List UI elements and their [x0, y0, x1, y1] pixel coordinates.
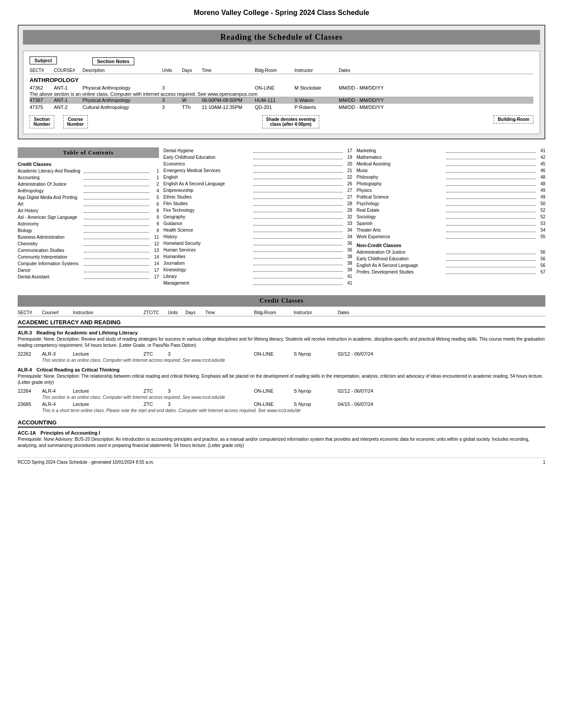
toc-item-page: 1 — [150, 168, 159, 174]
toc-item: Health Science 34 — [163, 227, 352, 233]
toc-item-page: 28 — [344, 200, 352, 207]
class-row: 22262 ALR-3 Lecture ZTC 3 ON-LINE S Nyro… — [18, 350, 545, 357]
toc-item-page: 14 — [150, 260, 159, 267]
toc-credit-title: Credit Classes — [18, 161, 159, 167]
toc-item: Accounting 1 — [18, 174, 159, 181]
reading-inner: Subject Section Notes SECT# COURSE# Desc… — [23, 51, 540, 134]
section-notes-label: Section Notes — [92, 57, 134, 65]
toc-item-page: 41 — [537, 147, 545, 154]
sec-ztc: ZTC — [144, 388, 168, 394]
cc-instruction-header: Instruction — [73, 310, 144, 315]
row-course: ANT-1 — [54, 98, 83, 103]
toc-item: Academic Literacy And Reading 1 — [18, 168, 159, 174]
toc-item-name: Guidance — [163, 220, 253, 227]
reading-title: Reading the Schedule of Classes — [23, 30, 540, 45]
credit-classes-header: Credit Classes — [18, 295, 545, 307]
row-note: The above section is an online class. Co… — [30, 91, 533, 97]
toc-item: Profes. Development Studies 57 — [357, 269, 546, 275]
toc-item-page: 20 — [344, 161, 352, 167]
toc-item: Economics 20 — [163, 161, 352, 167]
col-desc-header: Description — [83, 68, 162, 73]
toc-item-page: 52 — [537, 207, 545, 214]
cc-ztc-header: ZTC/TC — [144, 310, 168, 315]
toc-item-name: Fire Technology — [163, 207, 253, 214]
course-description: Prerequisite: None. Description: Review … — [18, 336, 545, 349]
sec-ztc: ZTC — [144, 351, 168, 356]
toc-item-page: 9 — [150, 221, 159, 227]
toc-item-page: 50 — [537, 200, 545, 207]
toc-leader — [253, 273, 343, 278]
toc-item: Psychology 50 — [357, 200, 546, 207]
toc-leader — [84, 227, 149, 233]
toc-item-name: Community Interpretation — [18, 254, 83, 260]
toc-item: Biology 9 — [18, 227, 159, 234]
toc-leader — [446, 233, 536, 239]
toc-right: Marketing 41 Mathematics 42 Medical Assi… — [357, 147, 546, 286]
toc-items-right: Marketing 41 Mathematics 42 Medical Assi… — [357, 147, 546, 240]
toc-leader — [84, 254, 149, 259]
toc-leader — [253, 180, 343, 186]
department-section: ACCOUNTING ACC-1A Principles of Accounti… — [18, 419, 545, 449]
sec-course: ALR-3 — [42, 351, 73, 356]
toc-leader — [253, 253, 343, 259]
course-title: Principles of Accounting I — [41, 430, 100, 435]
col-days-header: Days — [182, 68, 202, 73]
toc-leader — [84, 188, 149, 193]
toc-item-page: 26 — [344, 180, 352, 187]
toc-left: Table of Contents Credit Classes Academi… — [18, 147, 159, 286]
course-number-label: CourseNumber — [63, 115, 88, 128]
toc-item-page: 9 — [150, 214, 159, 221]
toc-item-name: Emergency Medical Services — [163, 167, 253, 174]
toc-item-page: 21 — [344, 167, 352, 174]
sec-dates: 02/12 - 06/07/24 — [338, 388, 382, 394]
toc-item-name: Accounting — [18, 174, 83, 181]
row-instructor: S Wakim — [295, 98, 339, 103]
toc-items-middle: Dental Hygiene 17 Early Childhood Educat… — [163, 147, 352, 286]
toc-item: Emergency Medical Services 21 — [163, 167, 352, 174]
toc-item-name: Communication Studies — [18, 247, 83, 254]
toc-item: Real Estate 52 — [357, 207, 546, 214]
toc-item-page: 39 — [344, 266, 352, 273]
toc-item: Asl - American Sign Language 9 — [18, 214, 159, 221]
col-sect-header: SECT# — [30, 68, 54, 73]
toc-item: Art 6 — [18, 201, 159, 207]
sec-sect: 22262 — [18, 351, 42, 356]
col-room-header: Bldg-Room — [255, 68, 295, 73]
row-room: ON-LINE — [255, 85, 295, 90]
toc-item-page: 27 — [344, 194, 352, 200]
page-title: Moreno Valley College - Spring 2024 Clas… — [18, 9, 545, 17]
toc-item: Film Studies 28 — [163, 200, 352, 207]
toc-leader — [253, 227, 343, 232]
reading-data-row: 47362 ANT-1 Physical Anthropology 3 ON-L… — [30, 84, 533, 91]
row-time: 06:00PM-08:50PM — [202, 98, 255, 103]
reading-data-row: 47367 ANT-1 Physical Anthropology 3 W 06… — [30, 97, 533, 104]
toc-item-name: Early Childhood Education — [163, 154, 253, 161]
toc-leader — [253, 167, 343, 173]
toc-leader — [84, 221, 149, 226]
toc-item: Theater Arts 54 — [357, 227, 546, 233]
toc-item-page: 34 — [344, 227, 352, 233]
bottom-labels-row: SectionNumber CourseNumber Shade denotes… — [30, 115, 533, 128]
cc-course-header: Course# — [42, 310, 73, 315]
toc-item-name: Astronomy — [18, 221, 83, 227]
toc-item: Medical Assisting 45 — [357, 161, 546, 167]
toc-non-credit-title: Non-Credit Classes — [357, 243, 546, 248]
credit-classes-section: Credit Classes SECT# Course# Instruction… — [18, 295, 545, 449]
toc-leader — [253, 214, 343, 219]
toc-item: Guidance 33 — [163, 220, 352, 227]
toc-item-page: 32 — [344, 214, 352, 220]
cc-column-headers: SECT# Course# Instruction ZTC/TC Units D… — [18, 310, 545, 316]
toc-item-name: Art History — [18, 207, 83, 214]
footer-right: 1 — [543, 460, 545, 465]
col-units-header: Units — [162, 68, 182, 73]
toc-item: Political Science 49 — [357, 194, 546, 200]
toc-item: Philosophy 48 — [357, 174, 546, 180]
reading-data-row: 47375 ANT-2 Cultural Anthropology 3 TTh … — [30, 104, 533, 111]
section-note: This is a short term online class. Pleas… — [18, 408, 545, 414]
sec-dates: 02/12 - 06/07/24 — [338, 351, 382, 356]
toc-leader — [253, 260, 343, 265]
toc-leader — [253, 200, 343, 206]
toc-item-page: 38 — [344, 260, 352, 266]
toc-leader — [446, 269, 536, 274]
toc-item-page: 5 — [150, 194, 159, 201]
